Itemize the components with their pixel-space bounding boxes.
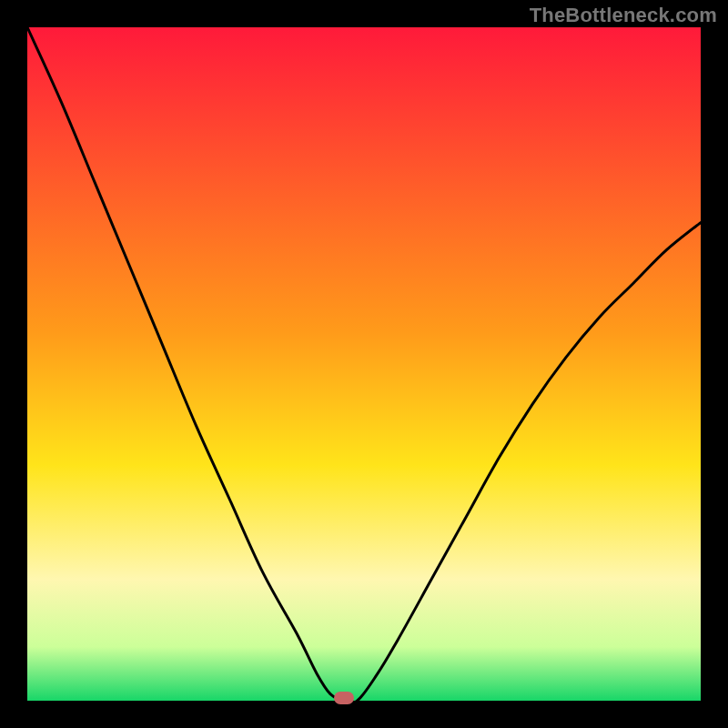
optimal-point-marker bbox=[334, 692, 354, 704]
bottleneck-chart bbox=[27, 27, 701, 701]
chart-svg bbox=[27, 27, 701, 701]
watermark-text: TheBottleneck.com bbox=[530, 4, 717, 27]
chart-frame: TheBottleneck.com bbox=[0, 0, 728, 728]
gradient-background bbox=[27, 27, 701, 701]
